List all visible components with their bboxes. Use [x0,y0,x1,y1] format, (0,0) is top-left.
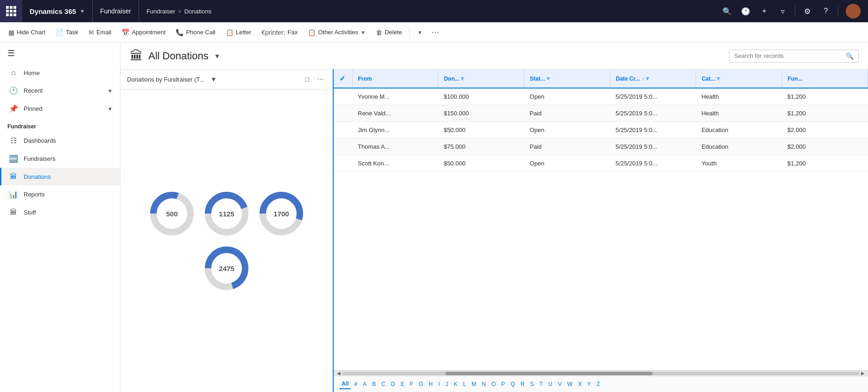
search-button[interactable]: 🔍 [719,3,735,19]
th-from[interactable]: From [352,70,438,88]
scroll-right-arrow[interactable]: ▶ [860,371,866,376]
alpha-link-q[interactable]: Q [508,379,517,389]
alpha-link-e[interactable]: E [398,379,406,389]
alpha-link-w[interactable]: W [565,379,575,389]
alpha-link-u[interactable]: U [546,379,555,389]
sidebar-item-fundraisers[interactable]: 🆕 Fundraisers [0,150,120,168]
recent-items-button[interactable]: 🕐 [737,3,754,19]
new-record-button[interactable]: + [756,3,773,19]
alpha-link-l[interactable]: L [461,379,469,389]
module-name[interactable]: Fundraiser [93,0,139,22]
table-row[interactable]: Rene Vald... $150.000 Paid 5/25/2019 5:0… [334,105,868,122]
data-table: ✓ From Don... ▿ [334,70,868,172]
th-fundraiser[interactable]: Fun... [782,70,868,88]
alpha-link-j[interactable]: J [443,379,450,389]
delete-button[interactable]: 🗑 Delete [371,26,407,39]
toolbar-expand-button[interactable]: ▼ [412,27,427,38]
settings-button[interactable]: ⚙ [799,3,816,19]
sidebar-item-recent[interactable]: 🕐 Recent ▼ [0,82,120,100]
alpha-link-z[interactable]: Z [594,379,602,389]
letter-button[interactable]: 📋 Letter [221,26,256,39]
chart-expand-button[interactable]: □ [303,74,311,84]
sidebar-item-dashboards[interactable]: ☷ Dashboards [0,132,120,150]
app-name-section[interactable]: Dynamics 365 ▼ [22,0,93,22]
alpha-link-c[interactable]: C [379,379,388,389]
sidebar-item-home[interactable]: ⌂ Home [0,64,120,82]
app-grid-button[interactable] [0,0,22,22]
row-check[interactable] [334,139,352,155]
alpha-link-r[interactable]: R [518,379,527,389]
row-check[interactable] [334,88,352,105]
fax-button[interactable]: €printer; Fax [257,26,302,39]
alpha-link-h[interactable]: H [426,379,435,389]
table-row[interactable]: Thomas A... $75.000 Paid 5/25/2019 5:0..… [334,139,868,155]
alpha-link-t[interactable]: T [537,379,545,389]
sidebar-item-reports[interactable]: 📊 Reports [0,185,120,203]
help-button[interactable]: ? [817,3,834,19]
alpha-link-all[interactable]: All [339,379,351,389]
th-check[interactable]: ✓ [334,70,352,88]
toolbar-more-button[interactable]: ⋯ [428,25,443,39]
alpha-link-n[interactable]: N [480,379,488,389]
table-row[interactable]: Jim Glynn... $50.000 Open 5/25/2019 5:0.… [334,122,868,139]
alpha-link-s[interactable]: S [528,379,536,389]
email-button[interactable]: ✉ Email [84,26,116,39]
row-from: Yvonne M... [352,88,438,105]
appointment-button[interactable]: 📅 Appointment [117,26,170,39]
th-category[interactable]: Cat... ▿ [696,70,782,88]
scrollbar-track[interactable] [342,372,860,375]
table-row[interactable]: Yvonne M... $100.000 Open 5/25/2019 5:0.… [334,88,868,105]
title-dropdown-icon[interactable]: ▼ [214,52,221,60]
alpha-link-#[interactable]: # [352,379,360,389]
sidebar-item-stuff[interactable]: 🏛 Stuff [0,203,120,221]
breadcrumb-root[interactable]: Fundraiser [146,8,175,15]
row-date-created: 5/25/2019 5:0... [610,105,696,122]
chart-more-button[interactable]: ⋯ [315,74,326,84]
hide-chart-button[interactable]: ▦ Hide Chart [4,26,50,39]
task-button[interactable]: 📄 Task [51,26,83,39]
sidebar-item-donations[interactable]: 🏛 Donations [0,168,120,185]
th-status-label: Stat... [530,76,545,82]
alpha-link-y[interactable]: Y [585,379,593,389]
alpha-link-i[interactable]: I [436,379,442,389]
sidebar-item-pinned[interactable]: 📌 Pinned ▼ [0,100,120,118]
category-filter-icon: ▿ [717,76,720,82]
alpha-link-b[interactable]: B [370,379,378,389]
donut-value: 500 [166,209,177,217]
sidebar-item-reports-label: Reports [24,191,45,198]
alpha-link-d[interactable]: D [389,379,398,389]
sidebar-toggle[interactable]: ☰ [0,43,120,64]
alpha-link-g[interactable]: G [417,379,425,389]
grid-scrollbar[interactable]: ◀ ▶ [334,370,868,376]
alpha-link-a[interactable]: A [361,379,369,389]
scrollbar-thumb[interactable] [445,372,653,375]
alpha-link-o[interactable]: O [489,379,498,389]
th-donation[interactable]: Don... ▿ [438,70,524,88]
row-check[interactable] [334,155,352,172]
alpha-link-m[interactable]: M [469,379,479,389]
donut-chart: 2475 [203,245,250,291]
alpha-link-k[interactable]: K [451,379,460,389]
alpha-link-p[interactable]: P [499,379,507,389]
advanced-find-button[interactable]: ▿ [774,3,791,19]
scroll-left-arrow[interactable]: ◀ [336,371,342,376]
th-date-created[interactable]: Date Cr... ↑ ▿ [610,70,696,88]
page-title: All Donations [148,50,209,62]
chart-title-dropdown-icon[interactable]: ▼ [208,74,219,84]
row-fundraiser: $1,200 [782,105,868,122]
table-row[interactable]: Scott Kon... $50.000 Open 5/25/2019 5:0.… [334,155,868,172]
alpha-link-v[interactable]: V [556,379,564,389]
row-check[interactable] [334,105,352,122]
row-check[interactable] [334,122,352,139]
grid-table-wrapper[interactable]: ✓ From Don... ▿ [334,70,868,370]
content-area: 🏛 All Donations ▼ 🔍 Donations by Fundrai… [120,43,868,392]
user-avatar[interactable] [846,4,861,19]
alpha-link-f[interactable]: F [407,379,415,389]
fundraisers-icon: 🆕 [9,154,18,163]
other-activities-button[interactable]: 📋 Other Activities ▼ [303,26,370,39]
search-input[interactable] [734,52,842,59]
search-box[interactable]: 🔍 [729,50,859,63]
th-status[interactable]: Stat... ▿ [524,70,610,88]
alpha-link-x[interactable]: X [576,379,584,389]
phone-call-button[interactable]: 📞 Phone Call [171,26,220,39]
